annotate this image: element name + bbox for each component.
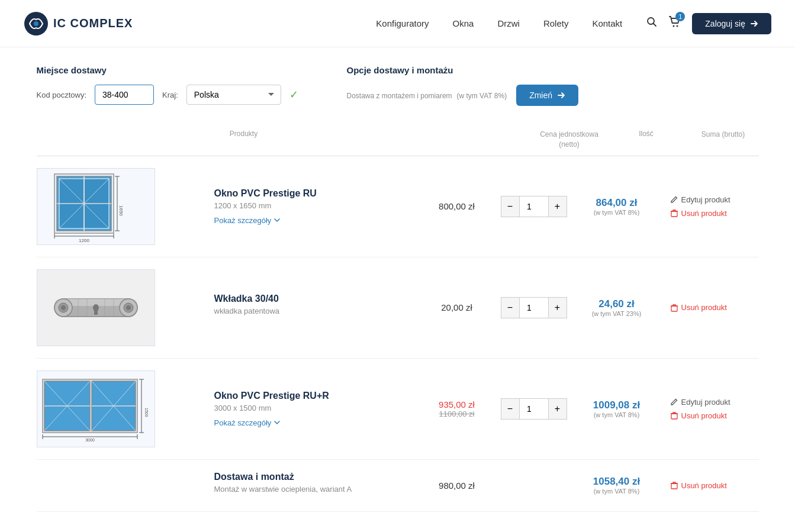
qty-increase-p2[interactable]: +	[548, 297, 567, 318]
sum-vat-p4: (w tym VAT 8%)	[569, 488, 664, 495]
pencil-icon	[670, 398, 678, 406]
svg-text:1200: 1200	[79, 238, 89, 242]
col-products-label: Produkty	[37, 130, 451, 150]
svg-point-4	[673, 25, 675, 27]
qty-increase-p1[interactable]: +	[548, 196, 567, 217]
svg-point-1	[34, 21, 38, 26]
svg-rect-55	[671, 483, 677, 489]
main-content: Miejsce dostawy Kod pocztowy: Kraj: Pols…	[13, 47, 783, 530]
nav: Konfiguratory Okna Drzwi Rolety Kontakt	[376, 18, 622, 28]
change-button[interactable]: Zmień	[516, 85, 578, 106]
qty-input-p2[interactable]	[520, 297, 548, 318]
qty-decrease-p3[interactable]: −	[501, 398, 520, 420]
sum-cell-p4: 1058,40 zł (w tym VAT 8%)	[569, 476, 664, 495]
arrow-right-icon	[750, 20, 758, 28]
price-original-p3: 1100,00 zł	[416, 410, 498, 418]
zip-label: Kod pocztowy:	[37, 91, 87, 99]
product-dims-p3: 3000 x 1500 mm	[214, 404, 404, 412]
sum-cell-p3: 1009,08 zł (w tym VAT 8%)	[569, 399, 664, 418]
price-cell-p3: 935,00 zł 1100,00 zł	[416, 399, 498, 418]
product-row: 1650 1200 Okno PVC Prestige RU 1200 x 16…	[37, 156, 759, 257]
svg-line-3	[654, 24, 656, 27]
search-icon	[646, 16, 658, 28]
window-diagram-p1: 1650 1200	[49, 171, 143, 242]
qty-input-p3[interactable]	[520, 398, 548, 420]
svg-point-29	[126, 305, 131, 310]
logo[interactable]: IC COMPLEX	[24, 11, 133, 36]
qty-increase-p3[interactable]: +	[548, 398, 567, 420]
delete-product-p4[interactable]: Usuń produkt	[670, 481, 727, 490]
product-name-p4: Dostawa i montaż	[214, 472, 404, 482]
price-sale-p3: 935,00 zł	[416, 399, 498, 410]
chevron-down-icon	[273, 419, 281, 426]
cart-button[interactable]: 1	[668, 15, 681, 31]
show-details-p3[interactable]: Pokaż szczegóły	[214, 418, 404, 427]
svg-rect-31	[94, 310, 98, 315]
product-info-p1: Okno PVC Prestige RU 1200 x 1650 mm Poka…	[202, 188, 416, 225]
price-netto-p2: 20,00 zł	[441, 302, 472, 312]
nav-rolety[interactable]: Rolety	[543, 18, 569, 28]
sum-price-p4: 1058,40 zł	[569, 476, 664, 488]
nav-okna[interactable]: Okna	[453, 18, 474, 28]
product-name-p3: Okno PVC Prestige RU+R	[214, 391, 404, 401]
actions-cell-p4: Usuń produkt	[664, 481, 759, 490]
product-image-p3: 1500 3000	[37, 370, 155, 447]
qty-cell-p3: − +	[498, 398, 569, 420]
edit-product-p1[interactable]: Edytuj produkt	[670, 195, 730, 204]
nav-konfiguratory[interactable]: Konfiguratory	[376, 18, 429, 28]
sum-price-p1: 864,00 zł	[569, 197, 664, 209]
zip-input[interactable]	[95, 85, 154, 105]
product-row-p2: Wkładka 30/40 wkładka patentowa 20,00 zł…	[37, 257, 759, 359]
svg-text:3000: 3000	[85, 438, 95, 441]
login-button[interactable]: Zaloguj się	[692, 13, 771, 34]
delivery-right: Opcje dostawy i montażu Dostawa z montaż…	[347, 65, 759, 106]
country-select[interactable]: Polska	[186, 85, 281, 105]
delete-product-p2[interactable]: Usuń produkt	[670, 303, 727, 312]
product-info-p2: Wkładka 30/40 wkładka patentowa	[202, 294, 416, 321]
product-dims-p1: 1200 x 1650 mm	[214, 201, 404, 210]
delivery-title-left: Miejsce dostawy	[37, 65, 311, 75]
search-button[interactable]	[646, 16, 658, 31]
nav-kontakt[interactable]: Kontakt	[592, 18, 622, 28]
delivery-section: Miejsce dostawy Kod pocztowy: Kraj: Pols…	[37, 65, 759, 106]
cylinder-diagram-p2	[49, 281, 143, 334]
trash-icon	[670, 304, 678, 312]
product-name-p2: Wkładka 30/40	[214, 294, 404, 304]
product-name-p1: Okno PVC Prestige RU	[214, 188, 404, 199]
logo-text: IC COMPLEX	[53, 17, 133, 30]
sum-price-p2: 24,60 zł	[569, 298, 664, 310]
col-price-label: Cena jednostkowa (netto)	[534, 130, 605, 150]
delivery-option: Dostawa z montażem i pomiarem (w tym VAT…	[347, 85, 759, 106]
sum-vat-p3: (w tym VAT 8%)	[569, 411, 664, 418]
edit-product-p3[interactable]: Edytuj produkt	[670, 398, 730, 407]
qty-decrease-p2[interactable]: −	[501, 297, 520, 318]
svg-text:1650: 1650	[118, 205, 124, 216]
delete-product-p1[interactable]: Usuń produkt	[670, 209, 727, 218]
confirm-icon: ✓	[289, 88, 298, 101]
sum-cell-p1: 864,00 zł (w tym VAT 8%)	[569, 197, 664, 216]
nav-drzwi[interactable]: Drzwi	[497, 18, 520, 28]
product-dims-p2: wkładka patentowa	[214, 307, 404, 315]
cart-count: 1	[675, 12, 685, 21]
qty-cell-p1: − +	[498, 196, 569, 217]
show-details-p1[interactable]: Pokaż szczegóły	[214, 216, 404, 225]
delivery-form: Kod pocztowy: Kraj: Polska ✓	[37, 85, 311, 105]
product-dims-p4: Montaż w warstwie ocieplenia, wariant A	[214, 485, 404, 494]
actions-cell-p1: Edytuj produkt Usuń produkt	[664, 195, 759, 218]
col-sum-label: Suma (brutto)	[688, 130, 759, 150]
delete-product-p3[interactable]: Usuń produkt	[670, 411, 727, 420]
login-label: Zaloguj się	[705, 19, 745, 28]
delivery-option-text: Dostawa z montażem i pomiarem (w tym VAT…	[347, 91, 507, 100]
price-cell-p1: 800,00 zł	[416, 201, 498, 211]
qty-decrease-p1[interactable]: −	[501, 196, 520, 217]
header-icons: 1 Zaloguj się	[646, 13, 771, 34]
actions-cell-p3: Edytuj produkt Usuń produkt	[664, 398, 759, 420]
product-info-p4: Dostawa i montaż Montaż w warstwie ociep…	[202, 472, 416, 499]
qty-input-p1[interactable]	[520, 196, 548, 217]
delivery-title-right: Opcje dostawy i montażu	[347, 65, 759, 75]
actions-cell-p2: Usuń produkt	[664, 303, 759, 312]
logo-icon	[24, 11, 49, 36]
product-image-p2	[37, 269, 155, 346]
header: IC COMPLEX Konfiguratory Okna Drzwi Role…	[0, 0, 795, 47]
svg-point-5	[677, 25, 678, 27]
